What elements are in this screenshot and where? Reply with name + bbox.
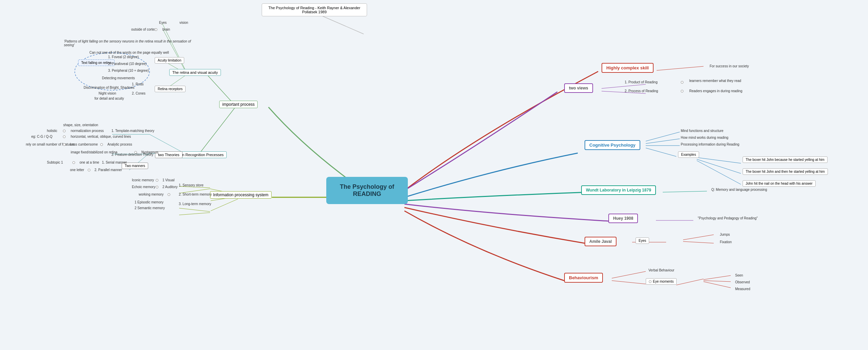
svg-line-32 xyxy=(683,241,714,243)
auditory-label: 2 Auditory xyxy=(160,184,180,190)
auditory-dot xyxy=(156,186,158,188)
svg-line-17 xyxy=(179,213,210,215)
product-reading-label: 1. Product of Reading xyxy=(622,79,660,85)
serial-manner: 1. Serial manner xyxy=(99,159,129,166)
one-at-time-dot xyxy=(72,161,75,164)
svg-line-37 xyxy=(704,281,731,282)
short-term-dot xyxy=(168,193,170,196)
huey-child: "Psychology and Pedagogy of Reading" xyxy=(695,215,761,221)
verbal-behaviour: Verbal Behaviour xyxy=(646,267,677,273)
svg-line-22 xyxy=(646,139,680,144)
eg-cg-qq: eg: C-G / Q-Q xyxy=(29,133,55,140)
important-process-node: important process xyxy=(219,101,258,108)
peripheral: 3. Peripheral (10 + degree) xyxy=(105,67,152,74)
huey-node: Huey 1908 xyxy=(608,214,638,223)
info-processing-node: Information processing system xyxy=(210,191,272,199)
wundt-child: Q: Memory and language processing xyxy=(709,186,770,193)
short-term-label: 2. Short-term memory xyxy=(176,191,214,198)
book-ref-text: The Psychology of Reading - Keith Rayner… xyxy=(268,6,360,14)
image-fixed: image fixed/stabilized on retina xyxy=(68,149,120,155)
wundt-node: Wundt Laboratory in Leipzig 1879 xyxy=(581,185,656,195)
detecting-movements: Detecting movements xyxy=(99,75,138,81)
visual-dot xyxy=(156,179,158,182)
less-cumbersome: Less cumbersome xyxy=(67,141,101,148)
iconic-memory: Iconic memory xyxy=(129,177,157,183)
eyes-topleft: Eyes xyxy=(156,19,169,26)
example1: The boxer hit John because he started ye… xyxy=(743,156,828,163)
svg-line-21 xyxy=(646,132,680,141)
one-at-time: one at a time xyxy=(77,159,102,166)
visual-label: 1 Visual xyxy=(160,177,177,183)
amile-eyes-label: Eyes xyxy=(636,237,649,244)
horizontal-dot xyxy=(63,135,66,138)
horizontal-lines: horizontal, vertical, oblique, curved li… xyxy=(68,133,134,140)
svg-line-34 xyxy=(612,281,646,284)
two-views-node: two views xyxy=(564,83,593,93)
parallel-dot xyxy=(88,169,90,171)
center-node: The Psychology of READING xyxy=(326,177,408,204)
cones-label: 2. Cones xyxy=(129,90,148,97)
svg-line-38 xyxy=(704,282,731,288)
product-reading-sub: learners remember what they read xyxy=(687,78,744,84)
outside-cortex: outside of cortex xyxy=(128,26,159,33)
svg-line-26 xyxy=(697,159,741,173)
observed-label: Observed xyxy=(732,279,752,285)
parafoveal: 2. Parafoveal (10 degree) xyxy=(105,61,149,67)
brain-dot xyxy=(155,28,157,31)
svg-line-31 xyxy=(683,235,714,240)
seen-label: Seen xyxy=(732,272,746,279)
mindmap-container: The Psychology of Reading - Keith Rayner… xyxy=(0,0,868,350)
parallel-manner: 2. Parallel manner xyxy=(92,167,125,173)
nystagmus-label: Nystagmus xyxy=(139,149,161,155)
process-reading-sub: Readers engages in during reading xyxy=(687,88,745,94)
long-term-label: 3. Long-term memory xyxy=(176,201,214,207)
processing-info: Processing information during Reading xyxy=(678,141,742,148)
svg-line-1 xyxy=(206,73,235,105)
rods-label: 1. Rods xyxy=(129,81,146,87)
svg-line-27 xyxy=(697,161,741,184)
sensory-store-label: 1. Sensory store xyxy=(176,182,206,188)
center-label: The Psychology of READING xyxy=(336,183,398,198)
patterns-light: 'Patterns of light falling on the sensor… xyxy=(61,38,194,48)
nystagmus-dot xyxy=(134,151,137,154)
book-reference: The Psychology of Reading - Keith Rayner… xyxy=(262,3,367,16)
example2: The boxer hit John and then he started y… xyxy=(743,168,828,175)
svg-line-25 xyxy=(697,157,741,163)
acuity-limitation: Acuity limitation xyxy=(155,57,184,64)
one-letter: one letter xyxy=(67,167,87,173)
echoic-memory: Echoic memory xyxy=(129,184,158,190)
highly-complex-node: Highly complex skill xyxy=(602,63,654,73)
vision-label: vision xyxy=(177,19,191,26)
brain-label: brain xyxy=(160,26,173,33)
svg-line-24 xyxy=(646,148,676,156)
product-reading-dot xyxy=(681,81,683,84)
foveal: 1. Foveal (2 degree) xyxy=(105,54,141,60)
cognitive-psychology-node: Cognitive Psychology xyxy=(585,140,640,150)
svg-line-36 xyxy=(704,276,731,280)
analytic-dot xyxy=(100,143,103,146)
amile-fixation: Fixation xyxy=(717,239,734,245)
process-reading-label: 2. Process of Reading xyxy=(622,88,661,94)
analytic-process: Analytic process xyxy=(105,141,135,148)
measured-label: Measured xyxy=(732,286,753,292)
svg-line-18 xyxy=(657,66,704,70)
less-cumbersome-dot xyxy=(63,143,66,146)
examples-label: Examples xyxy=(678,151,699,158)
eye-moments-label: Eye moments xyxy=(646,278,677,285)
semantic-memory: 2 Semantic memory xyxy=(132,205,168,211)
process-reading-dot xyxy=(681,90,683,93)
example3: John hit the nail on the head with his a… xyxy=(743,180,816,187)
mind-functions: Mind functions and structure xyxy=(678,128,726,134)
amile-jumps: Jumps xyxy=(717,231,732,238)
svg-line-2 xyxy=(197,108,235,156)
svg-line-16 xyxy=(179,208,210,212)
retina-node: The retina and visual acuity xyxy=(169,69,221,76)
eye-moments-dot xyxy=(649,280,652,283)
retina-receptors: Retina receptors xyxy=(155,86,186,92)
highly-complex-label: Highly complex skill xyxy=(606,65,649,70)
svg-line-35 xyxy=(676,279,704,285)
svg-line-13 xyxy=(211,199,238,211)
svg-line-33 xyxy=(612,271,646,278)
working-memory: working memory xyxy=(136,191,166,198)
amile-javal-node: Amile Javal xyxy=(585,237,617,246)
